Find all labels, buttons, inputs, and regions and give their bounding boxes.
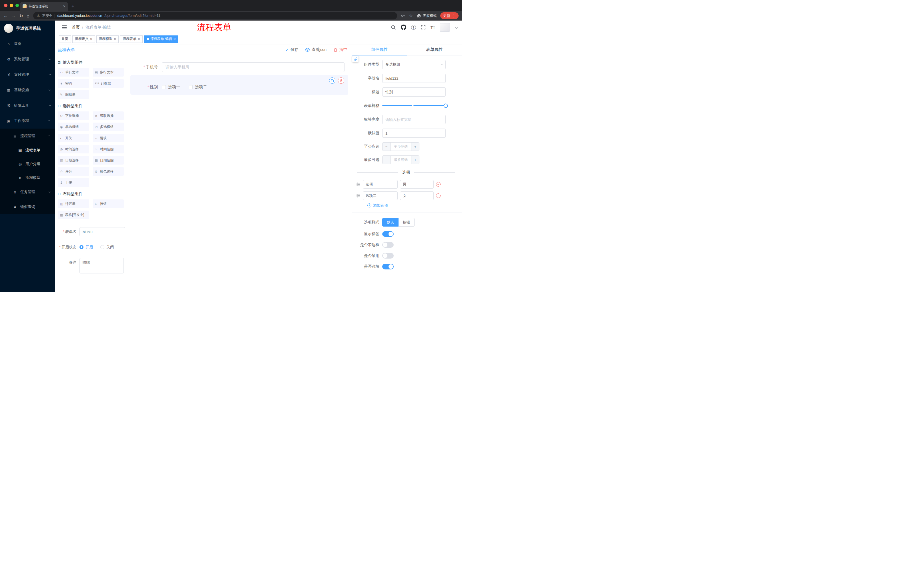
sidebar-item-user-group[interactable]: ◎ 用户分组 <box>0 157 55 171</box>
palette-item-slider[interactable]: ↔滑块 <box>92 134 124 142</box>
option-label-input[interactable] <box>363 180 398 189</box>
sidebar-item-task-management[interactable]: ⋔ 任务管理 <box>0 184 55 199</box>
status-radio-off[interactable]: 关闭 <box>101 245 114 250</box>
palette-item-button[interactable]: ⊞按钮 <box>92 199 124 208</box>
gender-option-1[interactable]: 选项一 <box>162 85 180 90</box>
palette-item-single-text[interactable]: ▭单行文本 <box>58 68 89 77</box>
view-json-button[interactable]: 查看json <box>305 47 327 52</box>
help-icon[interactable]: ? <box>411 25 416 30</box>
palette-item-radio-group[interactable]: ◉单选框组 <box>58 123 89 131</box>
user-avatar[interactable] <box>440 23 450 32</box>
palette-item-password[interactable]: ∗密码 <box>58 79 89 88</box>
option-style-button-button[interactable]: 按钮 <box>399 218 414 227</box>
browser-tab[interactable]: 芋道管理系统 × <box>20 2 68 11</box>
sidebar-item-leave-query[interactable]: ♟ 请假查询 <box>0 199 55 214</box>
palette-item-rate[interactable]: ☆评分 <box>58 167 89 176</box>
palette-item-upload[interactable]: ↥上传 <box>58 178 89 187</box>
font-size-icon[interactable]: TT <box>431 25 435 30</box>
gender-component-selected[interactable]: *性别 选项一 选项二 <box>130 75 348 95</box>
copy-component-button[interactable] <box>329 77 335 84</box>
link-icon[interactable] <box>352 56 358 62</box>
maximize-window-button[interactable] <box>15 4 19 7</box>
border-switch[interactable] <box>382 242 394 248</box>
sidebar-item-home[interactable]: ⌂ 首页 <box>0 36 55 51</box>
option-style-default-button[interactable]: 默认 <box>382 218 399 227</box>
sidebar-logo[interactable]: 芋道管理系统 <box>0 21 55 36</box>
github-icon[interactable] <box>401 25 406 30</box>
label-width-input[interactable] <box>382 115 446 124</box>
option-label-input[interactable] <box>363 191 398 200</box>
tab-form-props[interactable]: 表单属性 <box>407 44 462 55</box>
palette-item-time-picker[interactable]: ◷时间选择 <box>58 145 89 153</box>
palette-item-date-range[interactable]: ▩日期范围 <box>92 156 124 165</box>
palette-item-cascader[interactable]: ⋔级联选择 <box>92 112 124 120</box>
tag-close-icon[interactable]: × <box>90 37 92 41</box>
tag-process-definition[interactable]: 流程定义 × <box>72 35 95 43</box>
fullscreen-icon[interactable] <box>421 25 426 30</box>
title-input[interactable] <box>382 87 446 97</box>
option-value-input[interactable] <box>400 191 434 200</box>
increase-button[interactable]: + <box>411 143 419 151</box>
palette-item-date-picker[interactable]: ▥日期选择 <box>58 156 89 165</box>
forward-button[interactable]: → <box>12 14 16 18</box>
sidebar-item-devtools[interactable]: ⚒ 研发工具 <box>0 98 55 113</box>
max-select-placeholder[interactable]: 最多可选 <box>391 158 411 162</box>
sidebar-item-payment[interactable]: ¥ 支付管理 <box>0 67 55 82</box>
slider-handle[interactable] <box>444 104 448 108</box>
delete-component-button[interactable] <box>338 77 344 84</box>
remove-option-button[interactable]: − <box>436 193 441 198</box>
password-key-icon[interactable] <box>401 13 405 18</box>
avatar-dropdown-caret-icon[interactable] <box>455 26 458 29</box>
back-button[interactable]: ← <box>3 14 8 18</box>
new-tab-button[interactable]: + <box>71 3 74 9</box>
form-remark-textarea[interactable]: 嘿嘿 <box>79 258 124 273</box>
drag-handle-icon[interactable] <box>356 182 361 187</box>
tag-home[interactable]: 首页 <box>59 35 71 43</box>
bookmark-star-icon[interactable]: ☆ <box>409 13 413 18</box>
palette-item-color-picker[interactable]: ⊛颜色选择 <box>92 167 124 176</box>
save-button[interactable]: ✓ 保存 <box>285 47 299 52</box>
tab-component-props[interactable]: 组件属性 <box>352 44 407 55</box>
sidebar-item-process-model[interactable]: ➤ 流程模型 <box>0 171 55 184</box>
field-name-input[interactable] <box>382 74 446 83</box>
palette-item-table[interactable]: ▦表格[开发中] <box>58 211 89 219</box>
default-value-input[interactable] <box>382 128 446 138</box>
palette-item-time-range[interactable]: ◔时间范围 <box>92 145 124 153</box>
tag-close-icon[interactable]: × <box>173 37 176 41</box>
add-option-button[interactable]: + 添加选项 <box>367 203 456 208</box>
drag-handle-icon[interactable] <box>356 193 361 198</box>
required-switch[interactable] <box>382 264 394 270</box>
sidebar-item-process-management[interactable]: ≣ 流程管理 <box>0 128 55 143</box>
min-select-placeholder[interactable]: 至少应选 <box>391 144 411 149</box>
search-icon[interactable] <box>391 25 396 30</box>
palette-item-switch[interactable]: ◐开关 <box>58 134 89 142</box>
palette-item-checkbox-group[interactable]: ☑多选框组 <box>92 123 124 131</box>
tag-process-form-edit[interactable]: 流程表单-编辑 × <box>144 35 178 43</box>
disabled-switch[interactable] <box>382 253 394 258</box>
status-radio-on[interactable]: 开启 <box>79 245 93 250</box>
sidebar-item-process-form[interactable]: ▤ 流程表单 <box>0 143 55 157</box>
decrease-button[interactable]: − <box>383 156 391 164</box>
browser-menu-icon[interactable]: ⋮ <box>452 14 456 18</box>
url-field[interactable]: ⚠ 不安全 dashboard.yudao.iocoder.cn /bpm/ma… <box>33 12 397 20</box>
phone-field-row[interactable]: *手机号 <box>130 62 348 72</box>
increase-button[interactable]: + <box>411 156 419 164</box>
show-label-switch[interactable] <box>382 231 394 237</box>
tag-close-icon[interactable]: × <box>114 37 116 41</box>
form-name-input[interactable] <box>79 227 125 236</box>
palette-item-editor[interactable]: ✎编辑器 <box>58 90 89 99</box>
reload-button[interactable]: ↻ <box>20 14 23 18</box>
sidebar-item-infra[interactable]: ▦ 基础设施 <box>0 82 55 98</box>
sidebar-item-workflow[interactable]: ▣ 工作流程 <box>0 113 55 128</box>
breadcrumb-home[interactable]: 首页 <box>72 25 80 30</box>
form-grid-slider[interactable] <box>382 101 446 110</box>
browser-update-button[interactable]: 更新 ⋮ <box>440 12 459 19</box>
component-type-select[interactable]: 多选框组 <box>382 60 446 69</box>
minimize-window-button[interactable] <box>10 4 13 7</box>
tab-close-icon[interactable]: × <box>63 4 66 8</box>
tag-close-icon[interactable]: × <box>138 37 140 41</box>
option-value-input[interactable] <box>400 180 434 189</box>
sidebar-collapse-button[interactable] <box>62 25 67 29</box>
home-button[interactable]: ⌂ <box>27 14 30 18</box>
tag-process-form[interactable]: 流程表单 × <box>120 35 143 43</box>
